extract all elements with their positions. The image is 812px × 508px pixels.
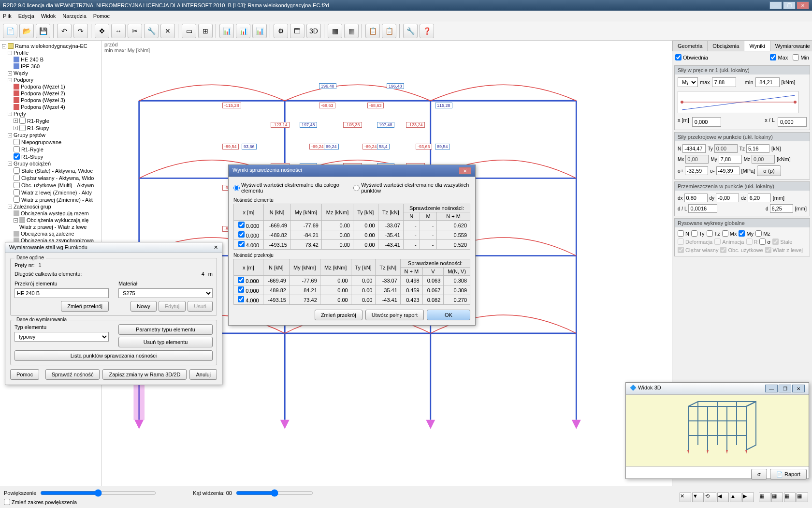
menu-tools[interactable]: Narzędzia [62, 13, 87, 19]
tree-checkbox[interactable] [14, 189, 20, 195]
tool-delete-icon[interactable]: ✕ [160, 24, 175, 38]
tool-chart1-icon[interactable]: 📊 [219, 24, 234, 38]
tool-table1-icon[interactable]: ▦ [328, 24, 342, 38]
tool-win-icon[interactable]: 🗔 [290, 24, 304, 38]
tree-he240[interactable]: HE 240 B [21, 57, 44, 62]
tree-checkbox[interactable] [14, 139, 20, 145]
tree-checkbox[interactable] [14, 182, 20, 188]
tool-table2-icon[interactable]: ▦ [344, 24, 359, 38]
expand-icon[interactable]: − [8, 162, 12, 166]
tool-select-icon[interactable]: ▭ [182, 24, 196, 38]
expand-icon[interactable]: + [14, 119, 18, 123]
tree-supports[interactable]: Podpory [14, 77, 33, 83]
tree-load-5[interactable]: Wiatr z prawej (Zmienne) - Akt [21, 197, 93, 203]
close-icon[interactable]: ✕ [459, 167, 471, 175]
radio-all-points[interactable] [353, 185, 360, 191]
tree-profile[interactable]: Profile [14, 50, 29, 56]
expand-icon[interactable]: + [8, 71, 12, 75]
tree-checkbox[interactable] [14, 175, 20, 181]
nav-button[interactable]: ◀ [717, 493, 729, 502]
tree-dep-1[interactable]: Obciążenia występują razem [21, 210, 89, 216]
min-checkbox[interactable] [793, 54, 799, 60]
max-checkbox[interactable] [770, 54, 776, 60]
close-icon[interactable]: ✕ [214, 244, 218, 251]
chk-Mz[interactable] [755, 230, 762, 237]
chk-Mx[interactable] [722, 230, 728, 237]
sigma-minus-field[interactable] [716, 166, 740, 175]
sigma-button[interactable]: σ (ρ) [757, 165, 781, 176]
menu-file[interactable]: Plik [3, 13, 12, 19]
tool-cut-icon[interactable]: ✂ [128, 24, 142, 38]
tree-checkbox[interactable] [14, 153, 20, 160]
tool-new-icon[interactable]: 📄 [3, 24, 17, 38]
tab-results[interactable]: Wyniki [744, 41, 770, 51]
tree-checkbox[interactable] [14, 167, 20, 174]
menu-help[interactable]: Pomoc [93, 13, 110, 19]
tool-measure-icon[interactable]: ↔ [111, 24, 126, 38]
tab-geometry[interactable]: Geometria [672, 41, 708, 51]
minimize-button[interactable]: — [769, 1, 782, 9]
dz-field[interactable] [748, 194, 771, 202]
d-field[interactable] [770, 204, 793, 213]
row-checkbox[interactable] [238, 296, 244, 302]
expand-icon[interactable]: − [8, 205, 12, 209]
maximize-button[interactable]: ❐ [783, 1, 796, 9]
chk-N[interactable] [678, 230, 684, 237]
new-button[interactable]: Nowy [130, 301, 157, 312]
envelope-checkbox[interactable] [675, 54, 682, 60]
tool-3d-icon[interactable]: 3D [306, 24, 321, 38]
zoom-range-checkbox[interactable] [4, 499, 10, 505]
row-checkbox[interactable] [238, 241, 245, 247]
nav-button[interactable]: ▶ [742, 493, 754, 502]
tree-dep-2[interactable]: Obciążenia wykluczają się [27, 217, 88, 223]
tree-root[interactable]: Rama wielokondygnacyjna-EC [15, 43, 87, 49]
tool-chart2-icon[interactable]: 📊 [236, 24, 250, 38]
dx-field[interactable] [684, 194, 708, 202]
sigma-button[interactable]: σ [751, 469, 767, 479]
tool-report2-icon[interactable]: 📋 [382, 24, 396, 38]
tree-grp-rygle[interactable]: R1-Rygle [21, 147, 44, 152]
view-button[interactable]: ▦ [797, 493, 808, 502]
tree-support-2[interactable]: Podpora (Węzeł 2) [21, 90, 65, 96]
tree-support-3[interactable]: Podpora (Węzeł 3) [21, 97, 65, 103]
dy-field[interactable] [716, 194, 739, 202]
tree-nodes[interactable]: Węzły [14, 70, 28, 76]
expand-icon[interactable]: − [2, 44, 6, 48]
min-value[interactable] [755, 77, 780, 87]
tool-help-icon[interactable]: ❓ [420, 24, 434, 38]
tool-settings-icon[interactable]: 🔧 [144, 24, 159, 38]
radio-element-extremes[interactable] [233, 185, 240, 191]
tool-open-icon[interactable]: 📂 [19, 24, 34, 38]
type-params-button[interactable]: Parametry typu elementu [118, 324, 213, 335]
change-section-button[interactable]: Zmień przekrój [315, 310, 362, 320]
tree-load-groups[interactable]: Grupy obciążeń [14, 161, 51, 166]
zoom-slider[interactable] [40, 489, 156, 497]
menu-view[interactable]: Widok [41, 13, 56, 19]
expand-icon[interactable]: − [8, 78, 12, 82]
chk-Tz[interactable] [707, 230, 713, 237]
expand-icon[interactable]: − [8, 51, 12, 55]
section-field[interactable] [14, 288, 109, 298]
tool-move-icon[interactable]: ✥ [95, 24, 109, 38]
expand-icon[interactable]: − [8, 112, 12, 116]
tab-design[interactable]: Wymiarowanie [770, 41, 812, 51]
nav-button[interactable]: ▲ [730, 493, 741, 502]
tool-chart3-icon[interactable]: 📊 [252, 24, 267, 38]
tree-ipe360[interactable]: IPE 360 [21, 63, 40, 69]
check-capacity-button[interactable]: Sprawdź nośność [45, 369, 100, 380]
maximize-icon[interactable]: ❐ [779, 385, 791, 392]
tab-loads[interactable]: Obciążenia [707, 41, 744, 51]
chk-sigma[interactable] [759, 239, 766, 245]
chk-Ty[interactable] [691, 230, 697, 237]
expand-icon[interactable]: − [14, 218, 18, 223]
tree-load-3[interactable]: Obc. użytkowe (Multi) - Aktywn [21, 182, 94, 188]
dL-field[interactable] [688, 204, 717, 213]
view-button[interactable]: ▦ [771, 493, 783, 502]
tool-save-icon[interactable]: 💾 [36, 24, 50, 38]
row-checkbox[interactable] [238, 222, 245, 228]
view-button[interactable]: ▦ [784, 493, 796, 502]
tree-r1-rygle[interactable]: R1-Rygle [27, 118, 49, 124]
tree-bars[interactable]: Pręty [14, 111, 26, 117]
nav-button[interactable]: ⟲ [705, 493, 716, 502]
element-type-select[interactable]: typowy [14, 332, 109, 342]
